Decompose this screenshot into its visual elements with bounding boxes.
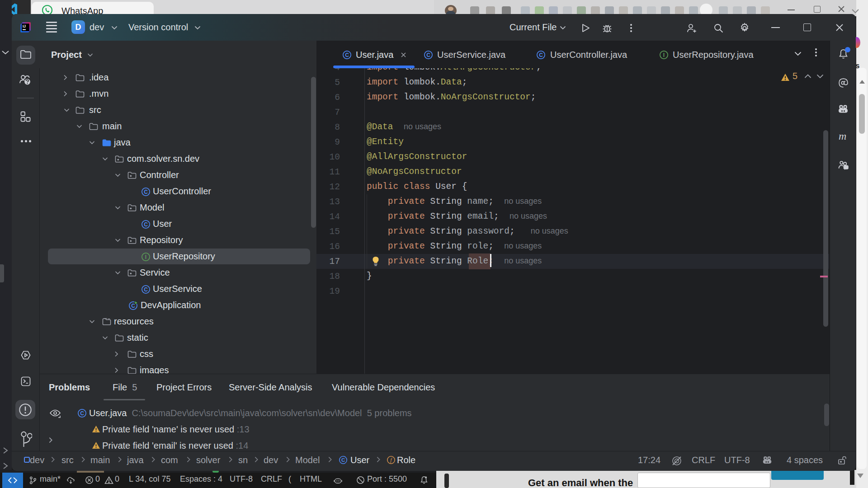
svg-text:C: C: [144, 221, 148, 228]
svg-text:IJ: IJ: [23, 24, 26, 28]
svg-text:I: I: [145, 254, 146, 260]
svg-text:C: C: [341, 457, 345, 463]
svg-text:C: C: [345, 52, 349, 58]
svg-text:C: C: [144, 189, 148, 195]
svg-text:C: C: [539, 52, 543, 58]
svg-text:f: f: [390, 457, 392, 463]
svg-text:C: C: [80, 410, 84, 417]
svg-text:C: C: [144, 286, 148, 293]
svg-text:C: C: [426, 52, 430, 58]
svg-text:I: I: [663, 52, 665, 58]
